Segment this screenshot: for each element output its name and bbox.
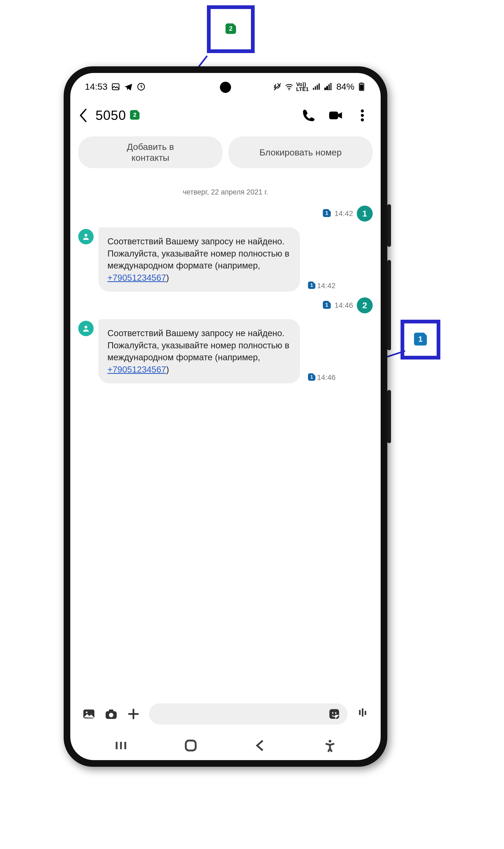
avatar-icon[interactable] xyxy=(78,321,94,336)
signal-bars-1-icon xyxy=(311,82,321,91)
message-time: 14:46 xyxy=(317,373,336,382)
svg-point-20 xyxy=(335,712,337,714)
incoming-message[interactable]: Соответствий Вашему запросу не найдено. … xyxy=(78,228,373,292)
side-button-power xyxy=(387,390,391,443)
svg-point-8 xyxy=(361,109,364,112)
vibrate-icon xyxy=(273,82,282,91)
navigation-bar xyxy=(70,731,381,760)
more-menu-button[interactable] xyxy=(355,108,370,123)
message-bubble[interactable]: Соответствий Вашему запросу не найдено. … xyxy=(98,228,300,292)
header-sim-badge: 2 xyxy=(130,110,140,120)
svg-point-10 xyxy=(361,118,364,122)
svg-point-25 xyxy=(329,740,331,743)
sim-indicator-icon: 1 xyxy=(323,301,331,309)
svg-point-14 xyxy=(86,711,88,713)
message-meta: 1 14:42 xyxy=(308,282,336,292)
message-text-suffix: ) xyxy=(166,273,169,283)
outgoing-message[interactable]: 1 14:42 1 xyxy=(78,205,373,221)
conversation-header: 5050 2 xyxy=(70,98,381,133)
sim-card-2-icon: 2 xyxy=(226,23,236,34)
message-text-suffix: ) xyxy=(166,364,169,374)
messages-pane[interactable]: 1 14:42 1 Соответствий Вашему запросу не… xyxy=(70,205,381,389)
message-number-badge: 2 xyxy=(357,297,373,313)
message-number-badge: 1 xyxy=(357,205,373,221)
message-time: 14:46 xyxy=(335,301,353,310)
battery-icon xyxy=(357,82,366,91)
svg-point-11 xyxy=(85,234,88,237)
sim-indicator-icon: 1 xyxy=(308,282,316,289)
camera-button[interactable] xyxy=(105,707,118,721)
message-text: Соответствий Вашему запросу не найдено. … xyxy=(107,236,289,270)
action-chips-row: Добавить в контакты Блокировать номер xyxy=(70,133,381,174)
phone-link[interactable]: +79051234567 xyxy=(107,273,166,283)
sticker-button[interactable] xyxy=(328,708,340,720)
side-button-volume-up xyxy=(387,204,391,247)
sim-indicator-icon: 1 xyxy=(308,373,316,381)
message-meta: 1 14:46 xyxy=(308,373,336,383)
callout-sim1-box: 1 xyxy=(400,320,440,360)
sim-indicator-icon: 1 xyxy=(323,209,331,217)
wifi-icon xyxy=(285,82,294,91)
add-to-contacts-label: Добавить в контакты xyxy=(113,141,187,163)
home-button[interactable] xyxy=(183,738,198,753)
svg-point-9 xyxy=(361,114,364,117)
attach-button[interactable] xyxy=(127,707,140,721)
svg-rect-24 xyxy=(186,740,196,750)
telegram-icon xyxy=(124,82,133,91)
svg-point-17 xyxy=(109,713,113,717)
video-call-button[interactable] xyxy=(328,108,343,123)
message-input[interactable] xyxy=(149,703,347,725)
add-to-contacts-chip[interactable]: Добавить в контакты xyxy=(78,137,222,168)
message-time: 14:42 xyxy=(317,282,336,290)
call-button[interactable] xyxy=(301,108,317,123)
svg-rect-16 xyxy=(109,709,113,711)
sim-card-1-icon: 1 xyxy=(414,333,427,345)
screen: 14:53 Vo))LTE1 xyxy=(70,73,381,760)
battery-percent: 84% xyxy=(336,82,354,92)
message-time: 14:42 xyxy=(335,209,353,218)
signal-bars-2-icon xyxy=(323,82,332,91)
compose-bar xyxy=(70,697,381,731)
image-icon xyxy=(111,82,120,91)
status-time: 14:53 xyxy=(85,82,107,92)
svg-rect-6 xyxy=(360,84,363,90)
recents-button[interactable] xyxy=(113,738,128,753)
message-text: Соответствий Вашему запросу не найдено. … xyxy=(107,328,289,362)
svg-rect-22 xyxy=(362,708,363,717)
side-button-volume-down xyxy=(387,260,391,350)
svg-point-12 xyxy=(85,326,88,328)
accessibility-button[interactable] xyxy=(323,738,337,753)
svg-rect-23 xyxy=(365,711,366,715)
phone-frame: 14:53 Vo))LTE1 xyxy=(64,66,387,767)
voice-input-button[interactable] xyxy=(357,708,369,720)
clock-icon xyxy=(137,82,146,91)
svg-rect-18 xyxy=(329,709,339,719)
gallery-button[interactable] xyxy=(82,707,95,721)
svg-rect-5 xyxy=(360,83,363,83)
nav-back-button[interactable] xyxy=(253,738,268,753)
block-number-label: Блокировать номер xyxy=(259,147,342,158)
svg-rect-21 xyxy=(359,710,361,715)
block-number-chip[interactable]: Блокировать номер xyxy=(228,137,373,168)
svg-rect-7 xyxy=(329,112,338,120)
callout-sim2-box: 2 xyxy=(207,5,255,53)
contact-number[interactable]: 5050 xyxy=(95,108,126,123)
incoming-message[interactable]: Соответствий Вашему запросу не найдено. … xyxy=(78,319,373,383)
svg-point-19 xyxy=(332,712,334,714)
volte-icon: Vo))LTE1 xyxy=(296,82,309,92)
outgoing-message[interactable]: 1 14:46 2 xyxy=(78,297,373,313)
back-button[interactable] xyxy=(76,106,91,125)
phone-link[interactable]: +79051234567 xyxy=(107,364,166,374)
avatar-icon[interactable] xyxy=(78,229,94,245)
front-camera xyxy=(220,82,231,93)
date-separator: четверг, 22 апреля 2021 г. xyxy=(70,174,381,205)
svg-point-3 xyxy=(288,89,289,90)
message-bubble[interactable]: Соответствий Вашему запросу не найдено. … xyxy=(98,319,300,383)
